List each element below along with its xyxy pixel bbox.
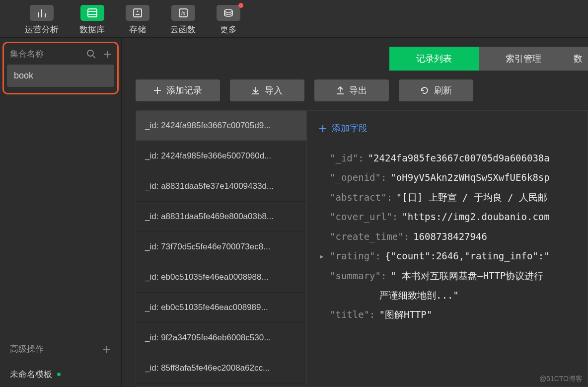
json-field-row[interactable]: "_id": "2424fa985fe3667c00705d9a606038a [319, 149, 576, 168]
template-label: 未命名模板 [10, 369, 52, 380]
advanced-ops-label: 高级操作 [10, 343, 44, 355]
record-row[interactable]: _id: 9f2a34705fe46eb6008c530... [136, 323, 306, 353]
status-dot-icon [57, 373, 61, 376]
collection-header: 集合名称 [4, 44, 117, 65]
tab-partial[interactable]: 数 [568, 47, 588, 71]
toolbar: 添加记录 导入 导出 刷新 [122, 71, 588, 110]
records-list: _id: 2424fa985fe3667c00705d9..._id: 2424… [136, 110, 307, 387]
storage-icon [126, 5, 149, 21]
main-panel: 记录列表 索引管理 数 添加记录 导入 导出 刷新 _id: 2424f [122, 38, 588, 387]
add-field-button[interactable]: 添加字段 [319, 122, 368, 136]
json-field-row[interactable]: "cover_url": "https://img2.doubanio.com [319, 207, 576, 227]
export-button[interactable]: 导出 [314, 79, 389, 101]
button-label: 添加记录 [166, 84, 202, 96]
json-key: "cover_url" [330, 210, 392, 224]
template-item[interactable]: 未命名模板 [0, 362, 121, 387]
svg-point-7 [137, 11, 139, 12]
top-nav: 运营分析 数据库 存储 fx 云函数 更多 [0, 0, 588, 38]
view-tabs: 记录列表 索引管理 数 [122, 38, 588, 71]
search-icon[interactable] [86, 49, 96, 59]
json-value: "oH9yV5Akn2zWHqSwSXwfUE6k8sp [390, 170, 549, 185]
svg-point-12 [87, 50, 93, 56]
record-row[interactable]: _id: 2424fa985fe3667c00705d9... [136, 111, 306, 141]
json-value: "2424fa985fe3667c00705d9a606038a [368, 151, 550, 165]
tab-records[interactable]: 记录列表 [389, 47, 479, 71]
record-row[interactable]: _id: eb0c51035fe46ea0008988... [136, 262, 306, 293]
functions-icon: fx [171, 5, 195, 21]
record-row[interactable]: _id: eb0c51035fe46eac008989... [136, 293, 306, 323]
json-field-row[interactable]: ▸"rating": {"count":2646,"rating_info":" [319, 246, 576, 266]
json-value-continuation: 严谨细致地剖..." [319, 286, 576, 305]
json-field-row[interactable]: "summary": " 本书对互联网基盘—HTTP协议进行 [319, 266, 576, 286]
json-value: 1608738427946 [413, 230, 487, 244]
svg-rect-6 [134, 9, 142, 17]
add-field-label: 添加字段 [332, 122, 368, 136]
button-label: 导入 [265, 84, 283, 96]
json-key: "title" [330, 308, 369, 322]
nav-functions[interactable]: fx 云函数 [170, 5, 196, 37]
json-field-row[interactable]: "_openid": "oH9yV5Akn2zWHqSwSXwfUE6k8sp [319, 168, 576, 187]
advanced-ops-header[interactable]: 高级操作 [0, 336, 121, 362]
json-key: "rating" [330, 249, 375, 263]
database-icon [80, 5, 104, 21]
add-template-icon[interactable] [102, 345, 111, 354]
nav-label: 更多 [220, 24, 237, 35]
json-key: "create_time" [330, 230, 404, 244]
collection-header-label: 集合名称 [10, 48, 80, 60]
json-value: "[日] 上野宣 / 于均良 / 人民邮 [396, 190, 547, 205]
expand-caret-icon[interactable]: ▸ [319, 249, 330, 263]
nav-more[interactable]: 更多 [217, 5, 240, 37]
json-field-row[interactable]: "create_time": 1608738427946 [319, 227, 576, 246]
sidebar: 集合名称 book 高级操作 未命名模板 [0, 38, 122, 387]
svg-rect-3 [88, 9, 97, 17]
record-row[interactable]: _id: a8831daa5fe469e800a03b8... [136, 202, 306, 232]
tab-indexes[interactable]: 索引管理 [479, 47, 568, 71]
collection-panel-highlight: 集合名称 book [2, 42, 119, 94]
json-value: {"count":2646,"rating_info":" [385, 249, 550, 263]
record-row[interactable]: _id: a8831daa5fe37e14009433d... [136, 171, 306, 202]
nav-analytics[interactable]: 运营分析 [25, 5, 59, 37]
svg-text:fx: fx [181, 10, 186, 16]
nav-label: 云函数 [170, 24, 196, 35]
add-icon[interactable] [102, 49, 112, 59]
svg-point-11 [224, 9, 232, 12]
watermark: @51CTO博客 [539, 374, 583, 385]
nav-database[interactable]: 数据库 [79, 5, 105, 37]
nav-label: 运营分析 [25, 24, 59, 35]
record-row[interactable]: _id: 85ff8afa5fe46ec2008a62cc... [136, 353, 306, 384]
record-row[interactable]: _id: 73f70d5c5fe46e700073ec8... [136, 232, 306, 262]
record-row[interactable]: _id: 2424fa985fe366e5007060d... [136, 141, 306, 171]
svg-line-13 [93, 56, 95, 58]
export-icon [336, 86, 344, 94]
json-value: " 本书对互联网基盘—HTTP协议进行 [390, 269, 543, 283]
analytics-icon [30, 5, 54, 21]
more-icon [217, 5, 240, 21]
nav-label: 存储 [129, 24, 146, 35]
json-key: "_id" [330, 151, 358, 165]
plus-icon [153, 86, 161, 94]
button-label: 导出 [349, 84, 367, 96]
json-field-row[interactable]: "abstract": "[日] 上野宣 / 于均良 / 人民邮 [319, 188, 576, 207]
add-record-button[interactable]: 添加记录 [136, 79, 220, 101]
refresh-icon [420, 86, 429, 95]
json-value: "图解HTTP" [379, 308, 433, 322]
json-field-row[interactable]: "title": "图解HTTP" [319, 305, 576, 324]
json-key: "abstract" [330, 190, 386, 205]
nav-label: 数据库 [79, 24, 105, 35]
button-label: 刷新 [434, 84, 452, 96]
collection-item-book[interactable]: book [7, 65, 114, 87]
json-value: "https://img2.doubanio.com [402, 210, 549, 224]
json-key: "summary" [330, 269, 381, 283]
notification-dot [238, 3, 243, 8]
record-detail: 添加字段 "_id": "2424fa985fe3667c00705d9a606… [307, 110, 588, 387]
json-key: "_openid" [330, 170, 381, 185]
nav-storage[interactable]: 存储 [126, 5, 149, 37]
import-button[interactable]: 导入 [230, 79, 304, 101]
import-icon [252, 86, 260, 94]
plus-icon [319, 125, 327, 133]
refresh-button[interactable]: 刷新 [399, 79, 473, 101]
